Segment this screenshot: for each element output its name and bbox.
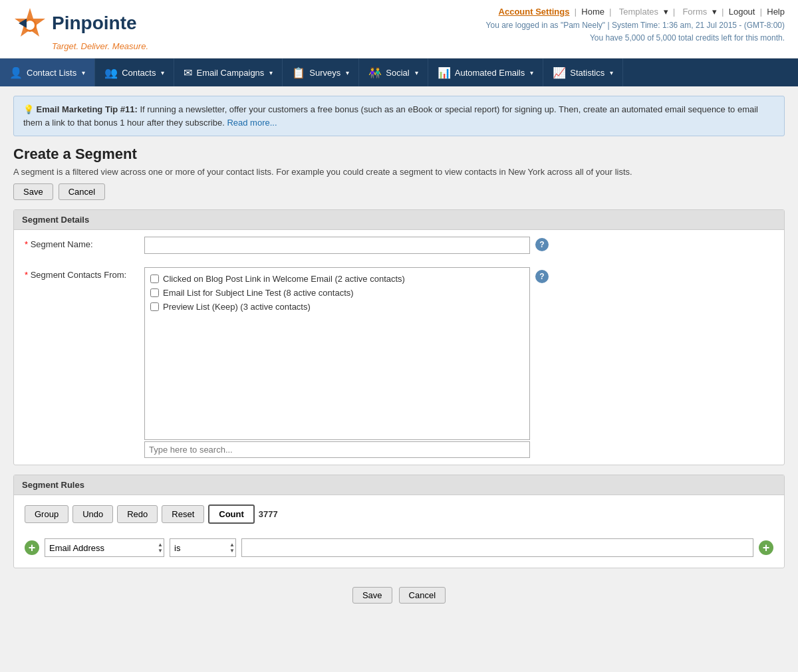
contact-list-checkbox-3[interactable]: [150, 302, 159, 311]
account-settings-link[interactable]: Account Settings: [499, 7, 570, 17]
nav-surveys-label: Surveys: [309, 68, 340, 78]
nav-statistics[interactable]: 📈 Statistics ▾: [543, 58, 623, 86]
list-item[interactable]: Email List for Subject Line Test (8 acti…: [149, 286, 525, 300]
contacts-search-input[interactable]: [144, 441, 530, 458]
main-content: 💡 Email Marketing Tip #11: If running a …: [0, 96, 798, 626]
nav-social-label: Social: [386, 68, 409, 78]
tip-read-more-link[interactable]: Read more...: [227, 118, 277, 128]
nav-automated-emails[interactable]: 📊 Automated Emails ▾: [428, 58, 544, 86]
tip-label: 💡 Email Marketing Tip #11:: [23, 104, 138, 114]
page-description: A segment is a filtered view across one …: [13, 167, 785, 177]
nav-contacts[interactable]: 👥 Contacts ▾: [95, 58, 174, 86]
rule-field-select[interactable]: Email Address First Name Last Name City …: [45, 538, 164, 557]
header-info: You are logged in as "Pam Neely" | Syste…: [486, 19, 785, 45]
bottom-save-button[interactable]: Save: [352, 587, 392, 604]
nav-statistics-label: Statistics: [570, 68, 604, 78]
rule-value-input[interactable]: [241, 538, 753, 557]
contact-list-checkbox-1[interactable]: [150, 275, 159, 283]
segment-contacts-control: Clicked on Blog Post Link in Welcome Ema…: [144, 267, 773, 458]
contact-list-label-3: Preview List (Keep) (3 active contacts): [163, 302, 311, 312]
home-link[interactable]: Home: [581, 7, 604, 17]
bottom-action-buttons: Save Cancel: [13, 578, 785, 613]
add-condition-button[interactable]: +: [759, 540, 773, 555]
rule-field-wrapper: Email Address First Name Last Name City …: [45, 538, 164, 557]
logo-icon: [13, 7, 47, 40]
social-icon: 👫: [368, 66, 382, 79]
count-label: Count: [219, 509, 244, 519]
reset-button[interactable]: Reset: [162, 505, 204, 523]
contact-list-label-2: Email List for Subject Line Test (8 acti…: [163, 288, 354, 298]
nav-surveys[interactable]: 📋 Surveys ▾: [283, 58, 359, 86]
rules-toolbar: Group Undo Redo Reset Count 3777: [14, 495, 784, 533]
header-nav: Account Settings | Home | Templates ▾ | …: [486, 7, 785, 17]
segment-name-control: ?: [144, 237, 773, 254]
segment-details-section: Segment Details * Segment Name: ? * Segm…: [13, 209, 785, 465]
help-link[interactable]: Help: [767, 7, 785, 17]
contact-list-checkbox-2[interactable]: [150, 288, 159, 297]
segment-name-label: * Segment Name:: [25, 237, 144, 249]
logo: Pinpointe: [13, 7, 148, 40]
segment-details-header: Segment Details: [14, 210, 784, 230]
nav-contact-lists[interactable]: 👤 Contact Lists ▾: [0, 58, 95, 86]
page-title: Create a Segment: [13, 146, 785, 163]
contact-lists-icon: 👤: [9, 66, 23, 79]
email-campaigns-icon: ✉: [184, 66, 192, 79]
top-action-buttons: Save Cancel: [13, 183, 785, 200]
count-button[interactable]: Count: [208, 504, 255, 524]
logo-area: Pinpointe Target. Deliver. Measure.: [13, 7, 148, 51]
info-line2: You have 5,000 of 5,000 total credits le…: [486, 32, 785, 45]
list-item[interactable]: Clicked on Blog Post Link in Welcome Ema…: [149, 272, 525, 286]
logout-link[interactable]: Logout: [729, 7, 755, 17]
info-line1: You are logged in as "Pam Neely" | Syste…: [486, 19, 785, 32]
header-right: Account Settings | Home | Templates ▾ | …: [486, 7, 785, 45]
segment-name-row: * Segment Name: ?: [14, 230, 784, 261]
nav-automated-emails-label: Automated Emails: [455, 68, 525, 78]
nav-email-campaigns-label: Email Campaigns: [196, 68, 264, 78]
list-item[interactable]: Preview List (Keep) (3 active contacts): [149, 300, 525, 314]
top-save-button[interactable]: Save: [13, 183, 53, 200]
navbar: 👤 Contact Lists ▾ 👥 Contacts ▾ ✉ Email C…: [0, 58, 798, 86]
nav-email-campaigns[interactable]: ✉ Email Campaigns ▾: [174, 58, 283, 86]
svg-point-2: [25, 21, 35, 30]
automated-emails-icon: 📊: [438, 66, 451, 79]
contact-list-label-1: Clicked on Blog Post Link in Welcome Ema…: [163, 274, 405, 284]
templates-link[interactable]: Templates ▾: [616, 7, 668, 17]
segment-contacts-from-row: * Segment Contacts From: Clicked on Blog…: [14, 261, 784, 465]
contacts-icon: 👥: [104, 66, 118, 79]
segment-contacts-from-label: * Segment Contacts From:: [25, 267, 144, 280]
contacts-from-wrapper: Clicked on Blog Post Link in Welcome Ema…: [144, 267, 530, 458]
tip-box: 💡 Email Marketing Tip #11: If running a …: [13, 96, 785, 136]
page-header: Pinpointe Target. Deliver. Measure. Acco…: [0, 0, 798, 58]
add-rule-button[interactable]: +: [25, 540, 39, 555]
logo-text: Pinpointe: [52, 13, 137, 34]
segment-rules-header: Segment Rules: [14, 475, 784, 495]
nav-contacts-label: Contacts: [122, 68, 156, 78]
undo-button[interactable]: Undo: [72, 505, 113, 523]
surveys-icon: 📋: [292, 66, 305, 79]
contacts-listbox[interactable]: Clicked on Blog Post Link in Welcome Ema…: [144, 267, 530, 440]
count-value: 3777: [259, 509, 278, 519]
segment-rules-section: Segment Rules Group Undo Redo Reset Coun…: [13, 475, 785, 568]
segment-name-help-icon[interactable]: ?: [535, 238, 549, 251]
segment-name-input[interactable]: [144, 237, 530, 254]
rule-operator-select[interactable]: is is not contains starts with ends with: [170, 538, 236, 557]
rule-operator-wrapper: is is not contains starts with ends with…: [170, 538, 236, 557]
redo-button[interactable]: Redo: [117, 505, 158, 523]
top-cancel-button[interactable]: Cancel: [59, 183, 105, 200]
nav-social[interactable]: 👫 Social ▾: [359, 58, 428, 86]
forms-link[interactable]: Forms ▾: [680, 7, 716, 17]
group-button[interactable]: Group: [25, 505, 68, 523]
rule-row: + Email Address First Name Last Name Cit…: [14, 533, 784, 568]
segment-contacts-help-icon[interactable]: ?: [535, 270, 549, 283]
bottom-cancel-button[interactable]: Cancel: [399, 587, 446, 604]
tagline: Target. Deliver. Measure.: [52, 41, 148, 51]
nav-contact-lists-label: Contact Lists: [27, 68, 76, 78]
statistics-icon: 📈: [553, 66, 566, 79]
